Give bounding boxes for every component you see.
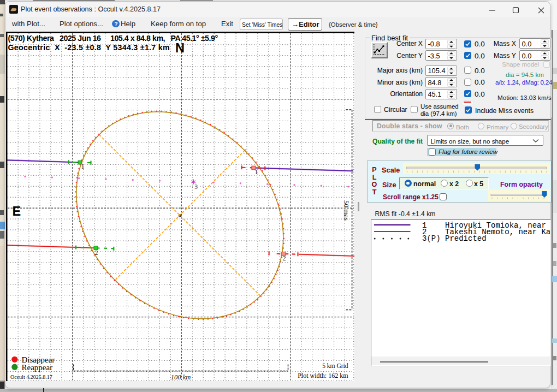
svg-text:Reappear: Reappear xyxy=(22,363,53,372)
svg-text:2: 2 xyxy=(95,249,98,257)
svg-text:E: E xyxy=(13,204,21,218)
svg-text:5 km Grid: 5 km Grid xyxy=(322,363,348,369)
svg-text:3(P) Predicted: 3(P) Predicted xyxy=(422,234,487,243)
svg-text:1: 1 xyxy=(81,163,85,170)
svg-text:Geocentric X -23.5 ±0.8 Y 5: Geocentric X -23.5 ±0.8 Y 5344.3 ±1.7 km xyxy=(8,43,170,52)
svg-text:(570) Kythera 2025 Jun 16: (570) Kythera 2025 Jun 16 105.4 x 84.8 k… xyxy=(8,34,218,43)
svg-text:50 mas: 50 mas xyxy=(342,200,351,221)
svg-text:3: 3 xyxy=(194,183,198,190)
svg-text:Plot width: 162 km: Plot width: 162 km xyxy=(298,372,348,379)
svg-text:Occult 4.2025.8.17: Occult 4.2025.8.17 xyxy=(10,374,52,380)
svg-text:1 Hiroyuki Tomioka, near: 1 Hiroyuki Tomioka, near xyxy=(422,221,546,230)
svg-text:100 km: 100 km xyxy=(171,373,191,381)
svg-text:N: N xyxy=(175,41,185,55)
svg-text:1: 1 xyxy=(255,168,258,176)
svg-text:2 Takeshi Nemoto, near Ka: 2 Takeshi Nemoto, near Ka xyxy=(422,228,550,236)
svg-text:2: 2 xyxy=(283,254,286,262)
